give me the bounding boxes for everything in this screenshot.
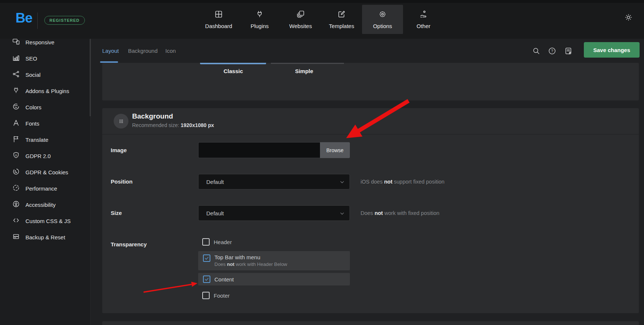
position-row-label: Position	[111, 178, 132, 185]
checkbox-topbar-label[interactable]: Top Bar with menu	[214, 254, 260, 260]
position-select[interactable]: Default	[198, 174, 350, 189]
nav-label: Websites	[289, 23, 312, 29]
checkbox-content-label[interactable]: Content	[214, 276, 234, 283]
sidebar-item-gdpr-cookies[interactable]: GDPR & Cookies	[0, 164, 91, 180]
checkbox-row-topbar[interactable]: Top Bar with menu Does not work with Hea…	[198, 251, 350, 270]
size-note: Does not work with fixed position	[361, 210, 440, 216]
checkbox-row-content[interactable]: Content	[198, 273, 350, 285]
sidebar-item-colors[interactable]: Colors	[0, 99, 91, 115]
size-row-label: Size	[111, 210, 122, 216]
layout-option-classic[interactable]: Classic	[211, 68, 255, 74]
plug-icon	[12, 86, 20, 95]
nav-item-plugins[interactable]: Plugins	[239, 5, 280, 34]
sidebar-item-backup-reset[interactable]: Backup & Reset	[0, 229, 91, 245]
speedometer-icon	[12, 184, 20, 193]
chevron-down-icon	[339, 211, 345, 216]
tab-icon[interactable]: Icon	[165, 48, 176, 54]
sidebar-list: Responsive SEO Social Addons & Plugins C…	[0, 34, 91, 245]
nav-label: Options	[373, 23, 392, 29]
sidebar-item-gdpr2[interactable]: G GDPR 2.0	[0, 148, 91, 164]
dashboard-icon	[214, 10, 223, 20]
browse-button[interactable]: Browse	[320, 142, 350, 158]
shield-g-icon: G	[12, 151, 20, 160]
checkbox-header[interactable]	[202, 238, 210, 246]
position-selected-value: Default	[206, 179, 224, 185]
save-changes-button[interactable]: Save changes	[584, 42, 640, 58]
accessibility-icon	[12, 200, 20, 209]
subtitle-value: 1920x1080 px	[181, 122, 214, 128]
nav-item-templates[interactable]: Templates	[321, 5, 362, 34]
tab-layout[interactable]: Layout	[102, 48, 119, 54]
theme-brightness-icon[interactable]	[624, 13, 634, 23]
registered-badge: REGISTERED	[44, 16, 85, 25]
nav-item-websites[interactable]: Websites	[280, 5, 321, 34]
sidebar-item-label: GDPR & Cookies	[25, 169, 68, 175]
sidebar-item-addons-plugins[interactable]: Addons & Plugins	[0, 83, 91, 99]
next-section-panel	[102, 321, 639, 325]
help-icon[interactable]: ?	[548, 47, 558, 57]
transparency-row-label: Transparency	[111, 241, 147, 247]
betheme-options-app: Be REGISTERED Dashboard Plugins Websites…	[0, 0, 644, 325]
stacked-pages-icon	[296, 10, 305, 20]
drag-handle-icon[interactable]	[114, 114, 128, 129]
sidebar-item-performance[interactable]: Performance	[0, 180, 91, 196]
sidebar-item-custom-css-js[interactable]: Custom CSS & JS	[0, 213, 91, 229]
image-row-label: Image	[111, 147, 127, 153]
section-subtitle: Recommended size: 1920x1080 px	[132, 122, 214, 128]
tab-background[interactable]: Background	[128, 48, 158, 54]
top-strip	[0, 0, 644, 3]
subtitle-prefix: Recommended size:	[132, 122, 181, 128]
checkbox-footer-label[interactable]: Footer	[214, 292, 230, 299]
nav-label: Templates	[329, 23, 354, 29]
chevron-down-icon	[339, 179, 345, 185]
sidebar-item-fonts[interactable]: Fonts	[0, 115, 91, 131]
background-panel: Background Recommended size: 1920x1080 p…	[102, 108, 639, 313]
nav-label: Plugins	[251, 23, 269, 29]
section-title: Background	[132, 112, 173, 120]
options-tab-bar: Layout Background Icon ? Save changes	[91, 39, 644, 63]
sidebar-scrollbar[interactable]	[90, 39, 91, 116]
sidebar-item-translate[interactable]: Translate	[0, 131, 91, 148]
betheme-logo[interactable]: Be	[16, 10, 32, 26]
sidebar-item-social[interactable]: Social	[0, 66, 91, 83]
image-url-input[interactable]	[198, 142, 320, 158]
checkbox-content[interactable]	[203, 276, 210, 283]
size-select[interactable]: Default	[198, 205, 350, 221]
nav-label: Dashboard	[205, 23, 232, 29]
layout-option-simple[interactable]: Simple	[282, 68, 326, 74]
checkbox-header-label[interactable]: Header	[214, 239, 232, 245]
nav-item-options[interactable]: Options	[362, 5, 403, 34]
section-divider	[102, 134, 639, 134]
sidebar: Responsive SEO Social Addons & Plugins C…	[0, 39, 91, 325]
palette-icon	[12, 103, 20, 112]
sidebar-item-seo[interactable]: SEO	[0, 50, 91, 66]
edit-document-icon	[337, 10, 346, 20]
layout-style-panel: Classic Simple	[102, 63, 639, 100]
notes-icon[interactable]	[564, 47, 575, 57]
sidebar-item-label: Custom CSS & JS	[25, 218, 71, 224]
checkbox-topbar-note: Does not work with Header Below	[214, 261, 287, 267]
letter-a-icon	[12, 119, 20, 128]
nav-label: Other	[417, 23, 431, 29]
drive-icon	[12, 233, 20, 242]
sidebar-item-label: Performance	[25, 185, 57, 192]
flag-icon	[12, 135, 20, 144]
svg-text:G: G	[15, 154, 17, 157]
sidebar-item-accessibility[interactable]: Accessibility	[0, 196, 91, 213]
sidebar-item-label: Backup & Reset	[25, 234, 65, 240]
share-icon	[12, 70, 20, 79]
simple-option-bar	[271, 63, 344, 64]
svg-text:?: ?	[551, 49, 553, 53]
checkbox-topbar[interactable]	[203, 254, 210, 262]
search-icon[interactable]	[532, 47, 543, 57]
classic-selected-bar	[200, 63, 266, 64]
code-icon	[12, 216, 20, 225]
bar-chart-icon	[12, 54, 20, 63]
main-nav: Dashboard Plugins Websites Templates Opt…	[198, 5, 444, 34]
nav-item-dashboard[interactable]: Dashboard	[198, 5, 239, 34]
nav-item-other[interactable]: Other	[403, 5, 444, 34]
sidebar-item-label: Accessibility	[25, 202, 56, 208]
checkbox-footer[interactable]	[202, 292, 210, 299]
position-note: iOS does not support fixed position	[361, 179, 444, 185]
sidebar-item-label: Responsive	[25, 39, 54, 45]
